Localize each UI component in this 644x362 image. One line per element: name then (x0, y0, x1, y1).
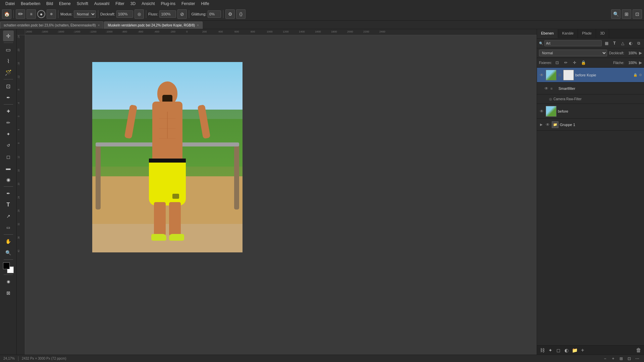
history-tool[interactable]: ↺ (3, 140, 14, 151)
status-zoom-in[interactable]: + (610, 355, 616, 362)
shape-tool[interactable]: ▭ (3, 222, 14, 233)
brush-tool-button[interactable]: ✏ (16, 9, 25, 19)
hand-tool[interactable]: ✋ (3, 236, 14, 247)
clone-tool[interactable]: ✦ (3, 129, 14, 139)
add-adjustment-btn[interactable]: ◐ (563, 347, 570, 354)
delete-layer-btn[interactable]: 🗑 (635, 347, 642, 354)
layers-bottom-toolbar: ⛓ ✦ ◻ ◐ 📁 + 🗑 (537, 345, 644, 355)
glattung-input[interactable] (208, 10, 221, 18)
move-tool[interactable]: ✛ (3, 31, 14, 41)
menu-bearbeiten[interactable]: Bearbeiten (18, 1, 43, 7)
arrange-button[interactable]: ⊞ (622, 9, 631, 19)
search-button[interactable]: 🔍 (611, 9, 621, 19)
menu-plugins[interactable]: Plug-ins (158, 1, 178, 7)
deckkraft-menu-btn[interactable]: ▶ (639, 51, 642, 55)
deckraft-input[interactable] (116, 10, 133, 18)
airbrush-button[interactable]: ⊘ (177, 9, 187, 19)
home-button[interactable]: 🏠 (2, 9, 11, 19)
tab-1-close[interactable]: × (98, 23, 100, 27)
menu-ansicht[interactable]: Ansicht (139, 1, 157, 7)
color-swatches[interactable] (3, 262, 14, 273)
menu-datei[interactable]: Datei (3, 1, 17, 7)
link-layers-btn[interactable]: ⛓ (539, 347, 546, 354)
toolbar-separator-1 (13, 10, 14, 18)
menu-3d[interactable]: 3D (128, 1, 138, 7)
brush-hardness-button[interactable]: ⊕ (47, 9, 56, 19)
menu-hilfe[interactable]: Hilfe (199, 1, 212, 7)
tab-2[interactable]: Muskeln verstärken.psdc bei 24,2% (befor… (104, 21, 202, 29)
tab-pfade[interactable]: Pfade (578, 29, 596, 38)
fluss-input[interactable] (159, 10, 176, 18)
symmetry-button[interactable]: ⟨⟩ (236, 9, 246, 19)
tab-ebenen[interactable]: Ebenen (537, 29, 558, 38)
layer-gruppe1-visibility[interactable]: 👁 (545, 122, 550, 127)
blend-mode-select[interactable]: Normal Multiplizieren Bildschirm (539, 50, 607, 56)
lasso-tool[interactable]: ⌇ (3, 56, 14, 66)
layer-before-kopie[interactable]: 👁 ⛓ before Kopie 🔒 ⚙ (537, 68, 644, 82)
layer-gruppe1-expand[interactable]: ▶ (539, 122, 544, 127)
settings-button[interactable]: ⚙ (225, 9, 235, 19)
type-tool[interactable]: T (3, 199, 14, 210)
layer-before-kopie-visibility[interactable]: 👁 (539, 72, 544, 78)
lock-transparent-btn[interactable]: ⊡ (554, 59, 560, 66)
path-select-tool[interactable]: ↗ (3, 211, 14, 222)
zoom-mode-button[interactable]: ⊡ (633, 9, 642, 19)
add-style-btn[interactable]: ✦ (547, 347, 554, 354)
menu-ebene[interactable]: Ebene (56, 1, 73, 7)
pen-tool[interactable]: ✒ (3, 188, 14, 199)
quick-mask-button[interactable]: ◉ (3, 276, 14, 287)
brush-size-button[interactable]: ● (37, 10, 45, 18)
menu-fenster[interactable]: Fenster (179, 1, 198, 7)
tab-2-close[interactable]: × (197, 23, 199, 27)
eyedropper-tool[interactable]: ✒ (3, 92, 14, 103)
add-layer-btn[interactable]: + (579, 347, 586, 354)
menu-schrift[interactable]: Schrift (74, 1, 91, 7)
layer-type-text-btn[interactable]: T (611, 40, 618, 47)
layer-before-kopie-more[interactable]: ⚙ (639, 73, 642, 77)
status-zoom-out[interactable]: − (602, 355, 608, 362)
layer-type-shape-btn[interactable]: △ (619, 40, 626, 47)
layer-smartfilter-visibility[interactable]: 👁 (544, 86, 549, 91)
status-more[interactable]: ⋯ (634, 355, 641, 362)
status-arrange[interactable]: ⊞ (618, 355, 625, 362)
canvas-scroll[interactable] (25, 35, 537, 355)
gradient-tool[interactable]: ▬ (3, 163, 14, 174)
spot-heal-tool[interactable]: ✚ (3, 106, 14, 117)
brush-mode-button[interactable]: ≡ (26, 9, 36, 19)
crop-tool[interactable]: ⊡ (3, 81, 14, 92)
tab-3d[interactable]: 3D (596, 29, 609, 38)
layer-type-pixel-btn[interactable]: ▦ (603, 40, 610, 47)
layer-before-visibility[interactable]: 👁 (539, 109, 544, 114)
lock-position-btn[interactable]: ✛ (571, 59, 578, 66)
layer-camera-raw[interactable]: ◎ Camera Raw-Filter (537, 95, 644, 104)
lock-all-btn[interactable]: 🔒 (580, 59, 587, 66)
tab-kanale[interactable]: Kanäle (558, 29, 578, 38)
flache-menu-btn[interactable]: ▶ (639, 60, 642, 65)
layer-before[interactable]: 👁 before (537, 104, 644, 119)
ruler-v-7: 4 (17, 129, 20, 130)
layer-type-adjustment-btn[interactable]: ◐ (627, 40, 634, 47)
modus-select[interactable]: Normal (74, 10, 96, 18)
layers-search-box[interactable]: Art (544, 40, 602, 46)
toolbar-separator-6 (223, 10, 223, 18)
menu-auswahl[interactable]: Auswahl (92, 1, 112, 7)
menu-bild[interactable]: Bild (44, 1, 56, 7)
zoom-tool[interactable]: 🔍 (3, 247, 14, 258)
magic-wand-tool[interactable]: 🪄 (3, 67, 14, 78)
eraser-tool[interactable]: ◻ (3, 152, 14, 162)
layer-smartfilter[interactable]: 👁 ≡ Smartfilter (537, 82, 644, 95)
blur-tool[interactable]: ◉ (3, 174, 14, 185)
tab-1[interactable]: schatten erstellen.psdc bei 23,6% (schat… (0, 21, 103, 29)
add-group-btn[interactable]: 📁 (571, 347, 578, 354)
foreground-color[interactable] (3, 262, 10, 269)
layer-type-smart-btn[interactable]: ⧉ (635, 40, 642, 47)
brush-tool-left[interactable]: ✏ (3, 117, 14, 128)
lock-pixel-btn[interactable]: ✏ (562, 59, 569, 66)
screen-mode-button[interactable]: ⊠ (3, 288, 14, 298)
layer-gruppe1[interactable]: ▶ 👁 📁 Gruppe 1 (537, 119, 644, 131)
menu-filter[interactable]: Filter (113, 1, 127, 7)
marquee-tool[interactable]: ▭ (3, 44, 14, 55)
add-mask-btn[interactable]: ◻ (555, 347, 562, 354)
deckraft-options-button[interactable]: ◎ (135, 9, 144, 19)
status-fullscreen[interactable]: ⊡ (626, 355, 633, 362)
